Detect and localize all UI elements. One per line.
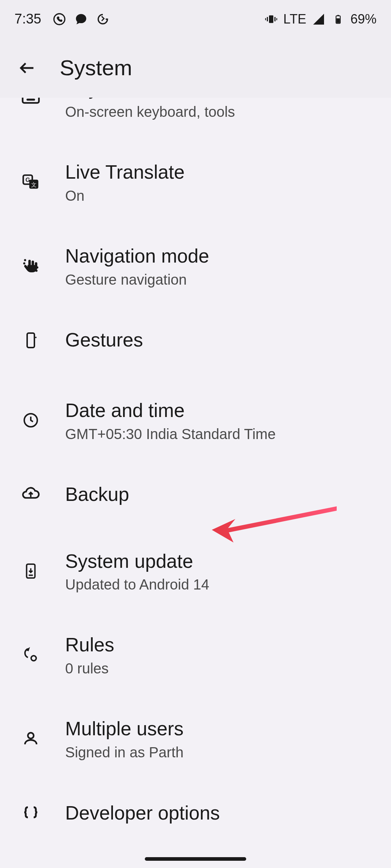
item-subtitle: GMT+05:30 India Standard Time — [65, 426, 276, 442]
braces-icon — [18, 800, 43, 826]
keyboard-icon — [18, 98, 43, 111]
svg-rect-7 — [337, 15, 339, 16]
svg-rect-4 — [265, 18, 266, 20]
svg-point-22 — [36, 266, 38, 268]
item-subtitle: Signed in as Parth — [65, 744, 184, 761]
back-arrow-icon — [18, 59, 37, 77]
svg-point-19 — [24, 259, 26, 261]
battery-icon — [331, 12, 345, 26]
item-title: Multiple users — [65, 716, 184, 741]
vibrate-icon — [264, 12, 278, 26]
person-icon — [18, 726, 43, 751]
system-update-icon — [18, 558, 43, 584]
clock-icon — [18, 408, 43, 433]
list-item-system-update[interactable]: System update Updated to Android 14 — [0, 533, 391, 608]
item-title: Date and time — [65, 398, 276, 423]
svg-rect-8 — [336, 18, 340, 23]
network-type: LTE — [283, 12, 306, 27]
item-title: System update — [65, 549, 209, 574]
item-text: Navigation mode Gesture navigation — [65, 244, 209, 288]
gesture-icon — [18, 253, 43, 278]
item-title: Navigation mode — [65, 244, 209, 269]
list-item-gestures[interactable]: Gestures — [0, 302, 391, 378]
back-button[interactable] — [14, 55, 40, 81]
status-right: LTE 69% — [264, 12, 377, 27]
svg-point-24 — [34, 335, 35, 336]
cloud-backup-icon — [18, 482, 43, 507]
item-subtitle: On-screen keyboard, tools — [65, 104, 235, 120]
item-title: Backup — [65, 482, 129, 507]
item-subtitle: Gesture navigation — [65, 272, 209, 288]
signal-icon — [311, 12, 326, 26]
svg-point-30 — [28, 733, 34, 739]
list-item-rules[interactable]: Rules 0 rules — [0, 607, 391, 691]
list-item-multiple-users[interactable]: Multiple users Signed in as Parth — [0, 691, 391, 775]
svg-rect-5 — [276, 18, 277, 20]
nav-bar-handle[interactable] — [145, 857, 246, 861]
settings-list[interactable]: Keyboard On-screen keyboard, tools G 文 L… — [0, 98, 391, 868]
translate-icon: G 文 — [18, 169, 43, 195]
item-text: System update Updated to Android 14 — [65, 549, 209, 593]
list-item-navigation-mode[interactable]: Navigation mode Gesture navigation — [0, 218, 391, 302]
header: System — [0, 38, 391, 98]
svg-point-21 — [35, 269, 38, 272]
svg-text:文: 文 — [31, 182, 37, 187]
item-text: Date and time GMT+05:30 India Standard T… — [65, 398, 276, 442]
item-title: Rules — [65, 633, 114, 658]
svg-point-20 — [23, 262, 25, 264]
status-left: 7:35 — [14, 11, 110, 27]
rules-icon — [18, 642, 43, 667]
item-title: Developer options — [65, 801, 220, 826]
list-item-date-time[interactable]: Date and time GMT+05:30 India Standard T… — [0, 378, 391, 457]
list-item-developer-options[interactable]: Developer options — [0, 775, 391, 851]
message-icon — [74, 12, 88, 26]
list-item-keyboard[interactable]: Keyboard On-screen keyboard, tools — [0, 98, 391, 135]
svg-rect-2 — [267, 17, 268, 21]
item-text: Keyboard On-screen keyboard, tools — [65, 98, 235, 120]
item-text: Rules 0 rules — [65, 633, 114, 677]
item-title: Keyboard — [65, 98, 235, 101]
svg-rect-1 — [269, 15, 273, 23]
item-text: Backup — [65, 482, 129, 507]
status-bar: 7:35 — [0, 0, 391, 38]
list-item-backup[interactable]: Backup — [0, 457, 391, 533]
item-title: Gestures — [65, 328, 143, 353]
item-text: Developer options — [65, 801, 220, 826]
phone-gesture-icon — [18, 328, 43, 353]
battery-percent: 69% — [350, 12, 377, 27]
sync-icon — [96, 12, 110, 26]
item-title: Live Translate — [65, 160, 185, 185]
item-subtitle: 0 rules — [65, 660, 114, 677]
status-time: 7:35 — [14, 11, 41, 27]
item-text: Multiple users Signed in as Parth — [65, 716, 184, 761]
svg-rect-3 — [274, 17, 276, 21]
list-item-live-translate[interactable]: G 文 Live Translate On — [0, 135, 391, 218]
item-subtitle: On — [65, 188, 185, 204]
item-text: Live Translate On — [65, 160, 185, 204]
svg-point-29 — [31, 656, 36, 661]
svg-rect-23 — [27, 333, 34, 348]
item-subtitle: Updated to Android 14 — [65, 576, 209, 593]
svg-point-25 — [35, 337, 37, 338]
item-text: Gestures — [65, 328, 143, 353]
page-title: System — [60, 55, 132, 80]
whatsapp-icon — [52, 12, 67, 26]
